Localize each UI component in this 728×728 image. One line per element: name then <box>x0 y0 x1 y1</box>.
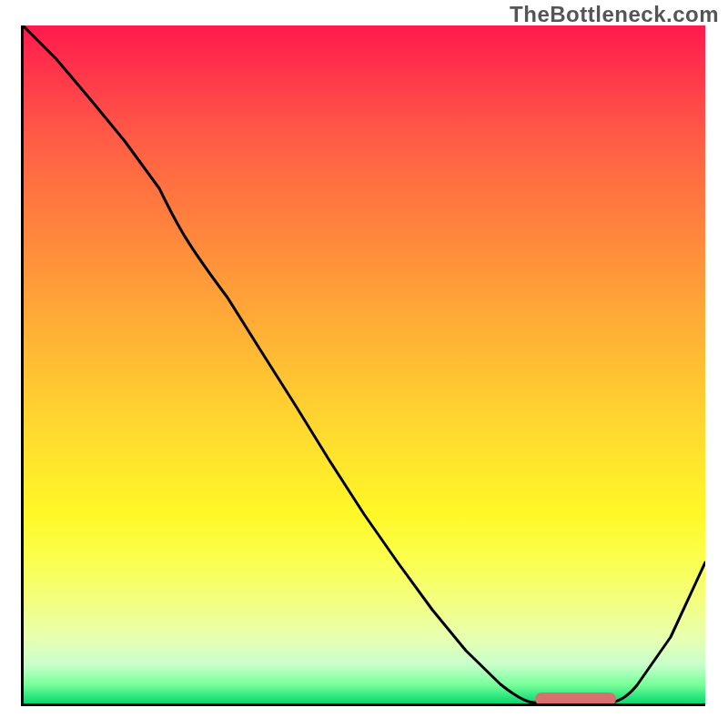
watermark-text: TheBottleneck.com <box>510 2 719 27</box>
bottleneck-curve <box>23 25 705 703</box>
chart-svg <box>23 25 705 705</box>
chart-container: TheBottleneck.com <box>0 0 728 728</box>
x-axis <box>21 703 705 706</box>
y-axis <box>21 25 24 705</box>
plot-area <box>23 25 705 705</box>
